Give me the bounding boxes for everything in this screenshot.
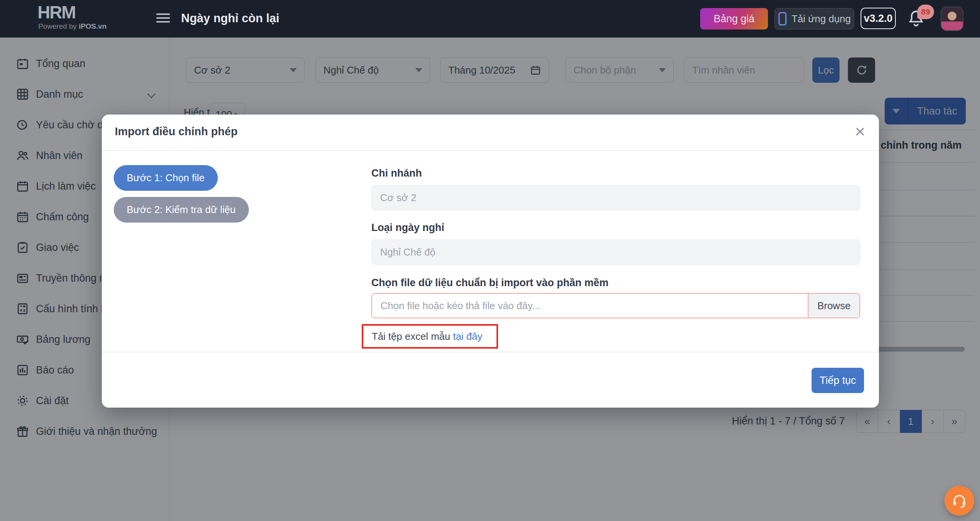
file-upload-field: Browse bbox=[371, 293, 860, 318]
step-2-button[interactable]: Bước 2: Kiểm tra dữ liệu bbox=[114, 197, 249, 223]
app-logo: HRM bbox=[38, 3, 75, 21]
template-text: Tải tệp excel mẫu bbox=[372, 331, 453, 342]
top-header: HRM Powered by iPOS.vn Ngày nghỉ còn lại… bbox=[0, 0, 980, 38]
version-badge: v3.2.0 bbox=[861, 8, 896, 29]
branch-label: Chi nhánh bbox=[371, 167, 422, 179]
branch-field: Cơ sở 2 bbox=[371, 185, 860, 210]
template-download-highlight: Tải tệp excel mẫu tại đây bbox=[362, 324, 498, 349]
pricing-button[interactable]: Bảng giá bbox=[700, 8, 768, 29]
notifications-button[interactable]: 89 bbox=[907, 8, 930, 31]
notification-count-badge: 89 bbox=[917, 5, 934, 19]
leave-type-label: Loại ngày nghỉ bbox=[371, 222, 444, 234]
modal-footer-divider bbox=[102, 352, 879, 352]
modal-title: Import điều chỉnh phép bbox=[115, 125, 238, 138]
modal-header-divider bbox=[102, 150, 879, 151]
file-label: Chọn file dữ liệu chuẩn bị import vào ph… bbox=[371, 277, 609, 289]
menu-icon[interactable] bbox=[156, 13, 170, 24]
template-download-link[interactable]: tại đây bbox=[453, 331, 482, 342]
continue-button[interactable]: Tiếp tục bbox=[812, 368, 864, 393]
headset-icon bbox=[951, 493, 967, 509]
download-app-button[interactable]: Tải ứng dụng bbox=[774, 8, 854, 29]
leave-type-field: Nghỉ Chế độ bbox=[371, 239, 860, 265]
browse-button[interactable]: Browse bbox=[808, 294, 859, 318]
file-input[interactable] bbox=[372, 294, 808, 318]
close-icon[interactable]: × bbox=[855, 120, 865, 143]
app-window: Cơ sở 2 Nghỉ Chế độ Tháng 10/2025 Chọn b… bbox=[0, 0, 980, 521]
avatar[interactable] bbox=[941, 7, 964, 31]
logo-tagline: Powered by iPOS.vn bbox=[38, 22, 106, 31]
download-app-label: Tải ứng dụng bbox=[792, 13, 851, 25]
phone-icon bbox=[778, 12, 787, 26]
import-leave-adjustment-modal: Import điều chỉnh phép × Bước 1: Chọn fi… bbox=[102, 115, 879, 408]
page-title: Ngày nghỉ còn lại bbox=[181, 11, 279, 25]
step-1-button[interactable]: Bước 1: Chọn file bbox=[114, 165, 218, 191]
support-button[interactable] bbox=[944, 486, 974, 516]
